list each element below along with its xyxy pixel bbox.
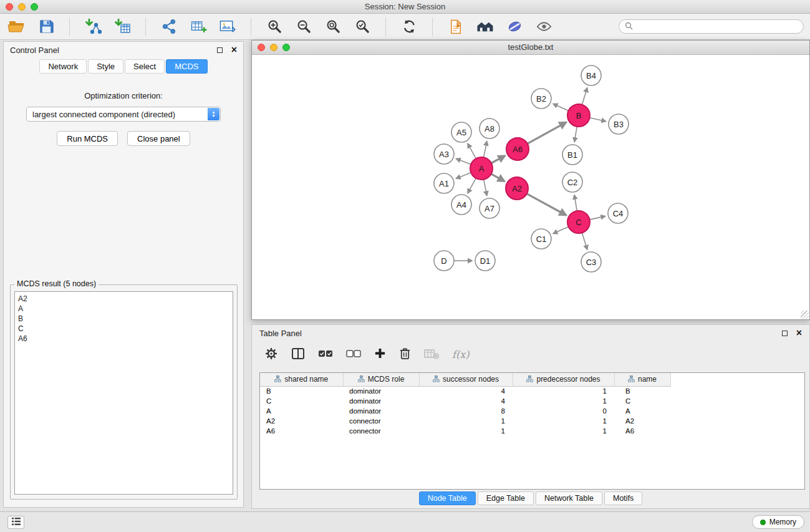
edge-A-A8[interactable]: [484, 142, 487, 158]
export-image-button[interactable]: [217, 16, 238, 37]
graph-node-B2[interactable]: B2: [531, 89, 551, 109]
result-list-item[interactable]: C: [18, 324, 229, 334]
result-list-item[interactable]: A2: [18, 294, 229, 304]
graph-node-A5[interactable]: A5: [451, 122, 471, 142]
tab-edge-table[interactable]: Edge Table: [478, 491, 534, 505]
zoom-selected-button[interactable]: [352, 16, 373, 37]
memory-button[interactable]: Memory: [752, 515, 804, 529]
edge-C-C4[interactable]: [590, 216, 605, 220]
tab-style[interactable]: Style: [88, 59, 123, 74]
minimize-window-button[interactable]: [18, 3, 26, 11]
edge-C-C3[interactable]: [582, 233, 587, 249]
graph-node-C[interactable]: C: [567, 211, 590, 233]
edge-B-B4[interactable]: [582, 88, 587, 105]
zoom-in-button[interactable]: [264, 16, 285, 37]
export-document-button[interactable]: [445, 16, 466, 37]
column-header-predecessor-nodes[interactable]: predecessor nodes: [513, 373, 614, 386]
import-network-button[interactable]: [82, 16, 104, 37]
panel-list-button[interactable]: [7, 516, 24, 529]
edge-A-A7[interactable]: [484, 180, 487, 196]
home-button[interactable]: [475, 16, 496, 37]
edge-A-A2[interactable]: [491, 174, 504, 181]
column-header-name[interactable]: name: [614, 373, 670, 386]
column-header-successor-nodes[interactable]: successor nodes: [419, 373, 513, 386]
column-header-shared-name[interactable]: shared name: [260, 373, 343, 386]
graph-node-C2[interactable]: C2: [562, 172, 582, 192]
graph-node-C3[interactable]: C3: [581, 252, 601, 272]
zoom-window-button[interactable]: [31, 3, 38, 11]
graph-node-A7[interactable]: A7: [480, 198, 499, 218]
table-options-button[interactable]: [264, 347, 278, 362]
close-panel-button[interactable]: Close panel: [127, 131, 190, 146]
graph-node-A[interactable]: A: [470, 157, 493, 180]
table-row[interactable]: Bdominator41B: [260, 386, 670, 396]
deselect-all-button[interactable]: [346, 349, 361, 360]
minimize-network-window-button[interactable]: [270, 44, 277, 51]
tab-mcds[interactable]: MCDS: [166, 59, 207, 74]
zoom-fit-button[interactable]: [322, 16, 344, 37]
edge-B-B2[interactable]: [553, 104, 568, 111]
graph-node-A2[interactable]: A2: [506, 177, 528, 200]
edge-C-C2[interactable]: [574, 195, 577, 211]
result-list-item[interactable]: A: [18, 304, 229, 314]
edge-B-B1[interactable]: [574, 127, 577, 142]
graph-node-A8[interactable]: A8: [480, 118, 499, 138]
tab-node-table[interactable]: Node Table: [419, 491, 476, 505]
graph-node-A3[interactable]: A3: [434, 144, 454, 164]
run-mcds-button[interactable]: Run MCDS: [57, 131, 118, 146]
edge-A-A5[interactable]: [468, 143, 476, 158]
table-row[interactable]: A2connector11A2: [260, 416, 670, 426]
eye-button[interactable]: [533, 16, 554, 37]
graph-node-A6[interactable]: A6: [506, 138, 529, 160]
close-network-window-button[interactable]: [258, 44, 265, 51]
graph-node-B4[interactable]: B4: [581, 65, 601, 85]
graph-node-B3[interactable]: B3: [609, 114, 629, 134]
style-brush-button[interactable]: [504, 16, 525, 37]
function-builder-button[interactable]: f(x): [452, 349, 469, 360]
graph-node-B1[interactable]: B1: [562, 145, 582, 165]
resize-grip[interactable]: [801, 311, 809, 319]
table-row[interactable]: Cdominator41C: [260, 396, 670, 406]
edge-B-B3[interactable]: [590, 118, 606, 122]
table-row[interactable]: Adominator80A: [260, 406, 670, 416]
column-header-MCDS-role[interactable]: MCDS role: [343, 373, 419, 386]
edge-C-C1[interactable]: [553, 226, 568, 233]
table-row[interactable]: A6connector11A6: [260, 426, 670, 436]
close-window-button[interactable]: [6, 3, 13, 11]
graph-node-A4[interactable]: A4: [451, 195, 471, 215]
tab-network[interactable]: Network: [39, 59, 87, 74]
edge-A-A3[interactable]: [456, 159, 471, 165]
mcds-result-list[interactable]: A2ABCA6: [14, 291, 233, 495]
optimization-select[interactable]: largest connected component (directed) ▲…: [26, 107, 221, 122]
refresh-button[interactable]: [398, 16, 420, 37]
new-table-button[interactable]: [188, 16, 209, 37]
save-button[interactable]: [36, 16, 57, 37]
delete-table-button[interactable]: [424, 347, 439, 362]
tab-network-table[interactable]: Network Table: [536, 491, 602, 505]
select-all-button[interactable]: [318, 349, 333, 360]
graph-node-C4[interactable]: C4: [608, 203, 628, 223]
folder-open-button[interactable]: [6, 16, 27, 37]
add-entry-button[interactable]: [374, 347, 386, 361]
new-network-button[interactable]: [158, 16, 180, 37]
delete-entry-button[interactable]: [399, 347, 411, 362]
result-list-item[interactable]: B: [18, 314, 229, 324]
close-table-panel-icon[interactable]: ×: [796, 328, 802, 338]
show-column-button[interactable]: [291, 347, 305, 362]
graph-node-B[interactable]: B: [567, 104, 590, 127]
edge-A-A4[interactable]: [468, 178, 476, 193]
float-table-panel-icon[interactable]: [782, 331, 788, 336]
graph-node-D1[interactable]: D1: [475, 251, 495, 271]
close-panel-icon[interactable]: ×: [231, 45, 237, 55]
edge-A2-C[interactable]: [527, 194, 566, 215]
float-panel-icon[interactable]: [217, 47, 223, 53]
result-list-item[interactable]: A6: [18, 334, 229, 344]
zoom-out-button[interactable]: [293, 16, 314, 37]
network-svg[interactable]: AA1A2A3A4A5A6A7A8BB1B2B3B4CC1C2C3C4DD1: [252, 55, 809, 319]
import-table-button[interactable]: [112, 16, 133, 37]
tab-motifs[interactable]: Motifs: [604, 491, 642, 505]
search-box[interactable]: [619, 19, 804, 34]
graph-node-C1[interactable]: C1: [531, 229, 551, 249]
edge-A6-B[interactable]: [528, 122, 566, 143]
graph-node-D[interactable]: D: [434, 251, 454, 271]
